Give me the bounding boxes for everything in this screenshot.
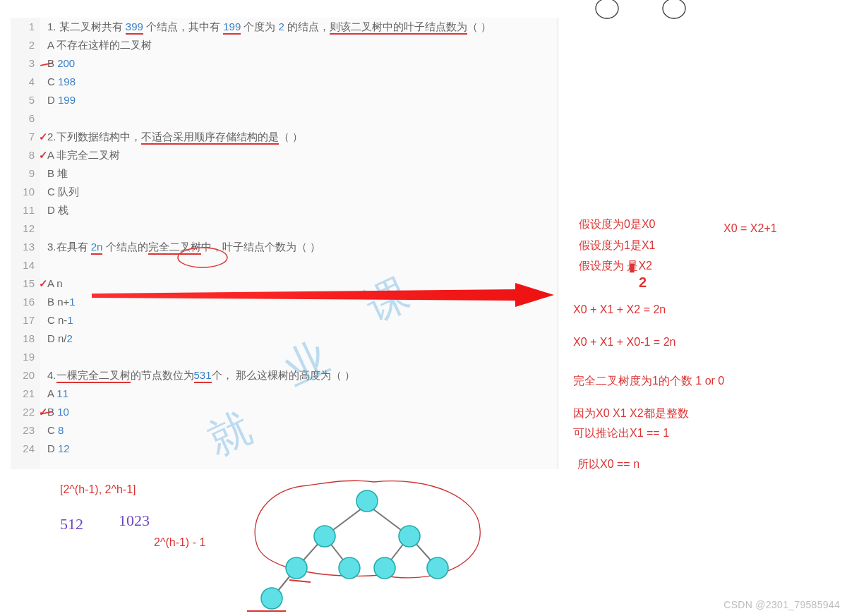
line-number: 21 [11, 385, 40, 403]
formula-1: X0 + X1 + X2 = 2n [573, 303, 666, 316]
line-number: 24 [11, 440, 40, 458]
code-line [40, 256, 558, 274]
code-line: A 11 [40, 385, 558, 403]
formula-6: 所以X0 == n [577, 457, 639, 472]
note-line-1: 假设度为0是X0 [579, 215, 655, 234]
svg-point-16 [286, 557, 307, 579]
note-line-3: 假设度为 是X2 ▮ 2 [579, 257, 655, 275]
line-number: 7 [11, 128, 40, 146]
svg-point-14 [314, 526, 335, 547]
svg-point-4 [178, 248, 227, 267]
tick-mark: ✓ [39, 146, 48, 164]
line-number: 11 [11, 201, 40, 219]
line-number: 8 [11, 146, 40, 164]
code-line: D 199 [40, 91, 558, 109]
code-line: D 栈 [40, 201, 558, 219]
line-number: 22 [11, 403, 40, 421]
line-number: 5 [11, 91, 40, 109]
formula-4: 因为X0 X1 X2都是整数 [573, 406, 689, 421]
range-formula: [2^(h-1), 2^h-1] [60, 483, 136, 496]
svg-point-15 [399, 526, 420, 547]
line-number: 10 [11, 183, 40, 201]
svg-point-20 [261, 588, 282, 609]
line-number: 2 [11, 36, 40, 54]
svg-point-13 [356, 490, 378, 512]
code-line: D n/2 [40, 330, 558, 348]
line-number: 1 [11, 18, 40, 36]
line-number: 23 [11, 421, 40, 440]
line-number: 18 [11, 330, 40, 348]
svg-point-2 [596, 0, 618, 18]
line-number: 19 [11, 348, 40, 366]
svg-point-3 [663, 0, 685, 18]
line-number: 13 [11, 238, 40, 256]
line-number: 15 [11, 274, 40, 293]
svg-point-19 [427, 557, 448, 579]
tick-mark: ✓ [39, 274, 48, 293]
top-tree-sketch [586, 0, 713, 26]
line-number: 9 [11, 164, 40, 183]
line-number: 6 [11, 109, 40, 128]
svg-marker-5 [92, 283, 554, 307]
code-line: 4.一棵完全二叉树的节点数位为531个， 那么这棵树的高度为（ ） [40, 366, 558, 385]
line-number: 12 [11, 219, 40, 238]
code-line: ✓2.下列数据结构中，不适合采用顺序存储结构的是（ ） [40, 128, 558, 146]
equation-x0-x2: X0 = X2+1 [723, 222, 777, 235]
handwritten-two: ▮ [629, 258, 635, 277]
question-panel: 123456789101112131415161718192021222324 … [11, 18, 558, 469]
circle-annotation-complete [174, 243, 231, 272]
line-gutter: 123456789101112131415161718192021222324 [11, 18, 41, 469]
line-number: 4 [11, 73, 40, 91]
code-line: B 堆 [40, 164, 558, 183]
line-number: 20 [11, 366, 40, 385]
handwritten-two-num: 2 [639, 271, 647, 294]
solution-notes: 假设度为0是X0 假设度为1是X1 假设度为 是X2 ▮ 2 [579, 215, 655, 278]
handwritten-1023: 1023 [119, 512, 150, 530]
line-number: 14 [11, 256, 40, 274]
tick-mark: ✓ [39, 128, 48, 146]
code-line [40, 348, 558, 366]
code-line: 1. 某二叉树共有 399 个结点，其中有 199 个度为 2 的结点，则该二叉… [40, 18, 558, 36]
code-line: ✓B 10 [40, 403, 558, 421]
code-line [40, 109, 558, 128]
code-line: ✓A 非完全二叉树 [40, 146, 558, 164]
arrow-to-notes [92, 281, 558, 309]
line-number: 17 [11, 311, 40, 330]
tree-diagram [233, 480, 501, 616]
code-line [40, 219, 558, 238]
csdn-watermark: CSDN @2301_79585944 [723, 599, 840, 610]
svg-point-18 [374, 557, 395, 579]
formula-2: X0 + X1 + X0-1 = 2n [573, 336, 675, 349]
code-line: C n-1 [40, 311, 558, 330]
code-line: C 8 [40, 421, 558, 440]
code-line: B 200 [40, 54, 558, 73]
formula-5: 可以推论出X1 == 1 [573, 426, 669, 441]
code-area: 1. 某二叉树共有 399 个结点，其中有 199 个度为 2 的结点，则该二叉… [40, 18, 558, 469]
code-line: A 不存在这样的二叉树 [40, 36, 558, 54]
formula-3: 完全二叉树度为1的个数 1 or 0 [573, 374, 724, 389]
code-line: C 队列 [40, 183, 558, 201]
code-line: C 198 [40, 73, 558, 91]
svg-point-17 [339, 557, 360, 579]
svg-line-22 [289, 580, 311, 582]
line-number: 16 [11, 293, 40, 311]
note-line-2: 假设度为1是X1 [579, 236, 655, 255]
line-number: 3 [11, 54, 40, 73]
full-minus-formula: 2^(h-1) - 1 [154, 536, 205, 549]
code-line: D 12 [40, 440, 558, 458]
handwritten-512: 512 [60, 515, 83, 533]
code-line: 3.在具有 2n 个结点的完全二叉树中，叶子结点个数为（ ） [40, 238, 558, 256]
